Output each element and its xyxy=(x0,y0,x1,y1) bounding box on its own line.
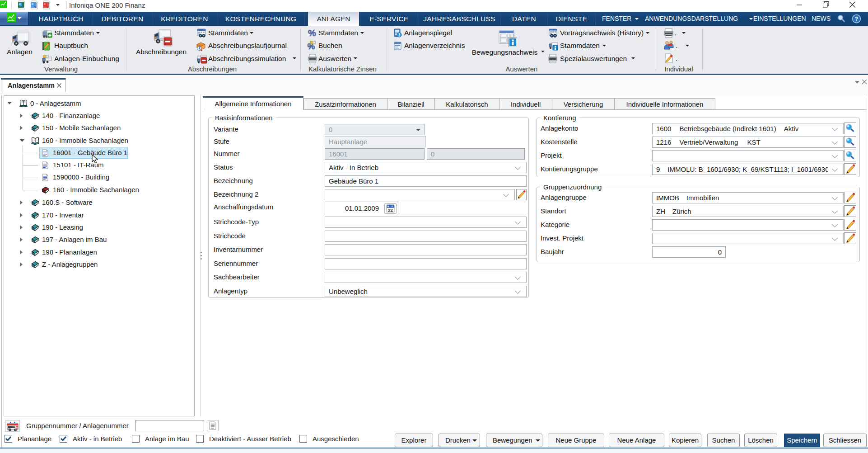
svg-text:?: ? xyxy=(855,16,858,22)
svg-text:%: % xyxy=(308,28,316,38)
svg-text:22: 22 xyxy=(388,208,393,212)
